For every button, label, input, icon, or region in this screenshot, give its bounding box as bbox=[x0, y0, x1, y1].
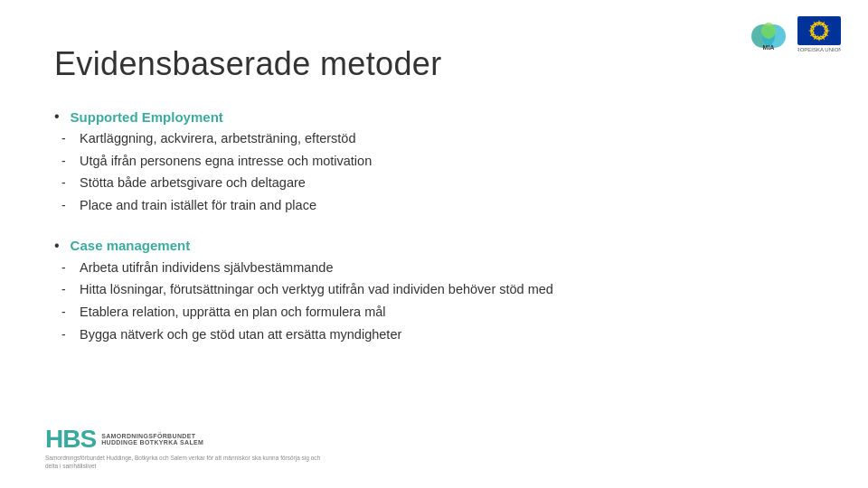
item-text: Bygga nätverk och ge stöd utan att ersät… bbox=[80, 324, 814, 344]
hbs-logo: HBS Samordningsförbundet HUDDINGE BOTKYR… bbox=[45, 427, 203, 452]
dash-icon: - bbox=[61, 258, 72, 278]
bullet-dot-1: • bbox=[54, 108, 60, 125]
section-case-management: • Case management - Arbeta utifrån indiv… bbox=[54, 238, 814, 345]
section-supported-employment: • Supported Employment - Kartläggning, a… bbox=[54, 108, 814, 216]
item-text: Hitta lösningar, förutsättningar och ver… bbox=[80, 279, 814, 299]
item-text: Kartläggning, ackvirera, arbetsträning, … bbox=[80, 128, 814, 148]
dash-icon: - bbox=[61, 303, 72, 323]
list-item: - Place and train istället för train and… bbox=[61, 195, 814, 216]
section-1-header: • Supported Employment bbox=[54, 108, 814, 125]
top-logos: MIA EUROPEISKA UNIONEN bbox=[747, 16, 841, 52]
dash-icon: - bbox=[61, 152, 72, 172]
list-item: - Stötta både arbetsgivare och deltagare bbox=[61, 173, 814, 193]
list-item: - Bygga nätverk och ge stöd utan att ers… bbox=[61, 324, 814, 345]
hbs-line2: HUDDINGE BOTKYRKA SALEM bbox=[101, 439, 203, 446]
list-item: - Utgå ifrån personens egna intresse och… bbox=[61, 151, 814, 172]
mia-logo-icon: MIA bbox=[747, 16, 790, 52]
item-text: Etablera relation, upprätta en plan och … bbox=[80, 302, 814, 322]
dash-icon: - bbox=[61, 174, 72, 193]
dash-icon: - bbox=[61, 280, 72, 300]
list-item: - Hitta lösningar, förutsättningar och v… bbox=[61, 279, 814, 300]
slide: MIA EUROPEISKA UNIONEN Eviden bbox=[0, 0, 868, 488]
svg-point-2 bbox=[761, 23, 776, 39]
dash-icon: - bbox=[61, 325, 72, 345]
content-area: • Supported Employment - Kartläggning, a… bbox=[54, 108, 814, 354]
item-text: Utgå ifrån personens egna intresse och m… bbox=[80, 151, 814, 171]
eu-logo-icon: EUROPEISKA UNIONEN bbox=[797, 16, 841, 52]
section-2-header: • Case management bbox=[54, 238, 814, 254]
section-1-title: Supported Employment bbox=[71, 109, 223, 125]
bullet-dot-2: • bbox=[54, 238, 60, 254]
list-item: - Kartläggning, ackvirera, arbetsträning… bbox=[61, 128, 814, 149]
item-text: Stötta både arbetsgivare och deltagare bbox=[80, 173, 814, 192]
bottom-tagline: Samordningsförbundet Huddinge, Botkyrka … bbox=[45, 454, 335, 470]
svg-text:MIA: MIA bbox=[763, 44, 775, 51]
item-text: Arbeta utifrån individens självbestämman… bbox=[80, 258, 814, 277]
item-text: Place and train istället för train and p… bbox=[80, 195, 814, 215]
dash-icon: - bbox=[61, 129, 72, 149]
hbs-line1: Samordningsförbundet bbox=[101, 433, 203, 439]
section-1-items: - Kartläggning, ackvirera, arbetsträning… bbox=[54, 128, 814, 216]
dash-icon: - bbox=[61, 196, 72, 216]
section-2-title: Case management bbox=[71, 238, 191, 253]
hbs-letters: HBS bbox=[45, 427, 96, 452]
page-title: Evidensbaserade metoder bbox=[54, 45, 814, 83]
section-2-items: - Arbeta utifrån individens självbestämm… bbox=[54, 258, 814, 345]
svg-text:EUROPEISKA UNIONEN: EUROPEISKA UNIONEN bbox=[797, 47, 841, 52]
spacer bbox=[54, 225, 814, 238]
list-item: - Arbeta utifrån individens självbestämm… bbox=[61, 258, 814, 278]
list-item: - Etablera relation, upprätta en plan oc… bbox=[61, 302, 814, 323]
bottom-logo: HBS Samordningsförbundet HUDDINGE BOTKYR… bbox=[45, 427, 335, 470]
hbs-text-block: Samordningsförbundet HUDDINGE BOTKYRKA S… bbox=[101, 433, 203, 446]
